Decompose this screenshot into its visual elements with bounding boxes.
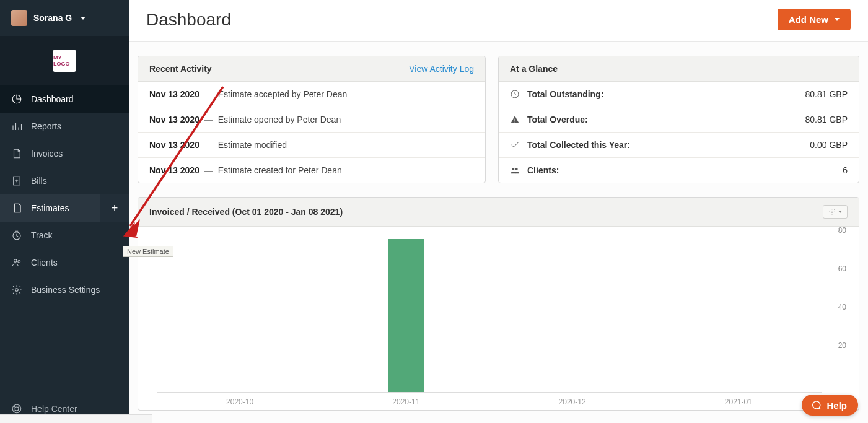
y-tick: 40 — [838, 303, 846, 312]
recent-activity-title: Recent Activity — [149, 64, 212, 74]
activity-text: Estimate accepted by Peter Dean — [218, 89, 348, 99]
svg-point-3 — [14, 259, 17, 263]
add-new-label: Add New — [789, 14, 828, 25]
glance-title: At a Glance — [510, 64, 558, 74]
barchart-icon — [11, 121, 22, 132]
sidebar-item-label: Estimates — [31, 203, 69, 213]
activity-text: Estimate opened by Peter Dean — [218, 115, 341, 124]
glance-row: Total Overdue: 80.81 GBP — [499, 107, 859, 133]
chat-icon — [810, 399, 822, 411]
gear-icon — [828, 208, 836, 216]
glance-row: Total Outstanding: 80.81 GBP — [499, 82, 859, 107]
at-a-glance-card: At a Glance Total Outstanding: 80.81 GBP… — [498, 56, 859, 183]
dashboard-icon — [11, 94, 22, 105]
people-icon — [510, 165, 520, 175]
page-title: Dashboard — [146, 10, 231, 30]
activity-date: Nov 13 2020 — [149, 165, 199, 175]
activity-row[interactable]: Nov 13 2020 — Estimate created for Peter… — [138, 158, 485, 183]
sidebar-item-invoices[interactable]: Invoices — [0, 140, 129, 167]
main-header: Dashboard Add New — [129, 0, 868, 42]
recent-activity-card: Recent Activity View Activity Log Nov 13… — [138, 56, 486, 183]
chart-body: 20406080 2020-102020-112020-122021-01 — [138, 227, 859, 410]
document-plus-icon — [11, 175, 22, 186]
sidebar-item-label: Reports — [31, 121, 61, 131]
svg-point-11 — [515, 168, 518, 170]
sidebar-item-settings[interactable]: Business Settings — [0, 276, 129, 303]
sidebar-item-dashboard[interactable]: Dashboard — [0, 85, 129, 113]
glance-value: 0.00 GBP — [810, 140, 848, 150]
svg-point-9 — [514, 121, 515, 122]
svg-point-4 — [18, 261, 20, 263]
y-tick: 60 — [838, 264, 846, 273]
check-icon — [510, 140, 520, 150]
sidebar-item-reports[interactable]: Reports — [0, 113, 129, 140]
glance-row: Total Collected this Year: 0.00 GBP — [499, 133, 859, 158]
chart-settings-button[interactable] — [823, 205, 848, 219]
activity-date: Nov 13 2020 — [149, 89, 199, 99]
statusbar-url — [0, 414, 152, 423]
glance-value: 80.81 GBP — [805, 115, 848, 124]
gear-icon — [11, 284, 22, 295]
sidebar-item-bills[interactable]: Bills — [0, 167, 129, 194]
glance-value: 6 — [843, 165, 848, 175]
view-activity-log-link[interactable]: View Activity Log — [409, 64, 474, 74]
chevron-down-icon — [838, 211, 842, 213]
sidebar-item-estimates[interactable]: Estimates + — [0, 194, 129, 222]
sidebar: Sorana G MY LOGO Dashboard Reports — [0, 0, 129, 423]
user-name: Sorana G — [33, 13, 72, 23]
sidebar-item-label: Track — [31, 230, 52, 240]
x-tick: 2020-11 — [392, 398, 419, 406]
svg-point-12 — [831, 211, 833, 213]
activity-row[interactable]: Nov 13 2020 — Estimate opened by Peter D… — [138, 107, 485, 133]
new-estimate-tooltip: New Estimate — [123, 246, 173, 257]
sidebar-item-clients[interactable]: Clients — [0, 249, 129, 276]
sidebar-item-track[interactable]: Track — [0, 222, 129, 249]
sidebar-item-label: Bills — [31, 176, 47, 186]
clock-icon — [11, 230, 22, 241]
activity-row[interactable]: Nov 13 2020 — Estimate modified — [138, 133, 485, 158]
glance-label: Total Overdue: — [527, 115, 588, 124]
help-button[interactable]: Help — [802, 395, 858, 416]
avatar — [11, 10, 27, 26]
y-tick: 20 — [838, 341, 846, 350]
sidebar-item-label: Clients — [31, 258, 58, 268]
logo-area: MY LOGO — [0, 36, 129, 85]
chart-card: Invoiced / Received (Oct 01 2020 - Jan 0… — [138, 197, 859, 411]
svg-point-5 — [15, 289, 19, 292]
activity-row[interactable]: Nov 13 2020 — Estimate accepted by Peter… — [138, 82, 485, 107]
lifebuoy-icon — [11, 403, 22, 414]
chart-title: Invoiced / Received (Oct 01 2020 - Jan 0… — [149, 207, 343, 217]
glance-label: Total Outstanding: — [527, 89, 603, 99]
clock-icon — [510, 89, 520, 99]
x-tick: 2020-12 — [559, 398, 586, 406]
activity-text: Estimate created for Peter Dean — [218, 165, 342, 175]
activity-date: Nov 13 2020 — [149, 140, 199, 150]
add-estimate-button[interactable]: + — [100, 194, 129, 222]
glance-row: Clients: 6 — [499, 158, 859, 183]
activity-text: Estimate modified — [218, 140, 287, 150]
glance-label: Clients: — [527, 165, 559, 175]
svg-point-7 — [15, 407, 19, 411]
x-tick: 2021-01 — [725, 398, 752, 406]
sidebar-item-label: Invoices — [31, 149, 63, 159]
business-logo[interactable]: MY LOGO — [53, 50, 76, 72]
x-tick: 2020-10 — [226, 398, 253, 406]
svg-point-10 — [512, 168, 514, 170]
sidebar-item-label: Business Settings — [31, 285, 100, 295]
estimate-icon — [11, 203, 22, 214]
chevron-down-icon — [835, 18, 840, 21]
sidebar-item-label: Dashboard — [31, 94, 74, 104]
activity-date: Nov 13 2020 — [149, 115, 199, 124]
people-icon — [11, 257, 22, 268]
glance-value: 80.81 GBP — [805, 89, 848, 99]
glance-label: Total Collected this Year: — [527, 140, 630, 150]
help-label: Help — [826, 400, 847, 411]
user-menu[interactable]: Sorana G — [0, 0, 129, 36]
document-icon — [11, 148, 22, 159]
chevron-down-icon — [81, 17, 85, 20]
add-new-button[interactable]: Add New — [778, 9, 851, 30]
y-tick: 80 — [838, 226, 846, 235]
warning-icon — [510, 115, 520, 124]
chart-bar[interactable] — [388, 239, 424, 392]
sidebar-footer-label: Help Center — [31, 404, 77, 414]
